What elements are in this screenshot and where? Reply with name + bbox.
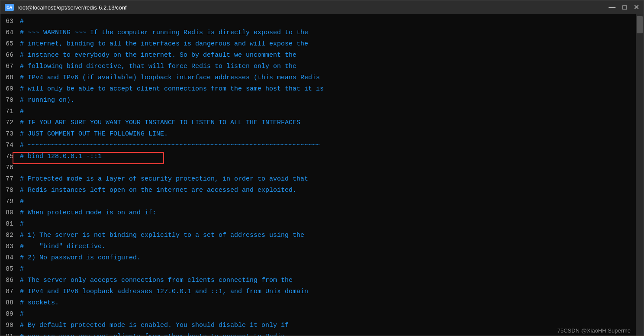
terminal-line: 88 # sockets. (0, 297, 636, 309)
line-content: # (16, 106, 24, 117)
maximize-button[interactable]: □ (622, 4, 627, 11)
terminal-line: 63 # (0, 16, 636, 27)
line-number: 80 (0, 207, 16, 219)
terminal-line: 89 # (0, 309, 636, 320)
line-content: # (16, 16, 24, 27)
line-number: 69 (0, 84, 16, 95)
line-content: # internet, binding to all the interface… (16, 39, 308, 50)
terminal-line: 72 # IF YOU ARE SURE YOU WANT YOUR INSTA… (0, 117, 636, 129)
terminal-line: 91 # you are sure you want clients from … (0, 331, 636, 336)
terminal-line: 66 # instance to everybody on the intern… (0, 50, 636, 61)
line-content: # running on). (16, 95, 74, 106)
terminal-line: 79 # (0, 196, 636, 207)
line-number: 90 (0, 320, 16, 331)
line-number: 81 (0, 219, 16, 230)
scrollbar[interactable] (636, 14, 644, 336)
line-content: # following bind directive, that will fo… (16, 61, 296, 72)
line-number: 66 (0, 50, 16, 61)
lines-container: 63 #64 # ~~~ WARNING ~~~ If the computer… (0, 16, 636, 336)
line-content: # ~~~~~~~~~~~~~~~~~~~~~~~~~~~~~~~~~~~~~~… (16, 140, 320, 151)
line-number: 76 (0, 162, 16, 174)
line-content: # 2) No password is configured. (16, 252, 141, 264)
line-content: # JUST COMMENT OUT THE FOLLOWING LINE. (16, 129, 168, 140)
line-content: # 1) The server is not binding explicitl… (16, 230, 304, 241)
line-content: # The server only accepts connections fr… (16, 275, 293, 286)
terminal-line: 71 # (0, 106, 636, 117)
terminal-window: CA root@localhost:/opt/server/redis-6.2.… (0, 0, 644, 336)
line-number: 65 (0, 39, 16, 50)
line-number: 77 (0, 174, 16, 185)
terminal-line: 78 # Redis instances left open on the in… (0, 185, 636, 196)
line-content: # IF YOU ARE SURE YOU WANT YOUR INSTANCE… (16, 117, 300, 129)
line-number: 89 (0, 309, 16, 320)
line-content: # (16, 196, 24, 207)
line-number: 72 (0, 117, 16, 129)
window-controls: — □ ✕ (609, 4, 639, 11)
line-content: # "bind" directive. (16, 241, 106, 252)
terminal-line: 76 (0, 162, 636, 174)
line-number: 70 (0, 95, 16, 106)
line-content: # ~~~ WARNING ~~~ If the computer runnin… (16, 27, 308, 39)
watermark: 75CSDN @XiaoHH Superme (557, 327, 631, 334)
line-content: # When protected mode is on and if: (16, 207, 156, 219)
scrollbar-thumb[interactable] (637, 16, 643, 33)
line-content: # sockets. (16, 297, 59, 309)
terminal-line: 69 # will only be able to accept client … (0, 84, 636, 95)
line-content: # (16, 219, 24, 230)
terminal-line: 73 # JUST COMMENT OUT THE FOLLOWING LINE… (0, 129, 636, 140)
line-content: # (16, 264, 24, 275)
terminal-line: 82 # 1) The server is not binding explic… (0, 230, 636, 241)
terminal-line: 67 # following bind directive, that will… (0, 61, 636, 72)
line-content: # Redis instances left open on the inter… (16, 185, 296, 196)
line-number: 85 (0, 264, 16, 275)
terminal-icon: CA (5, 4, 14, 11)
line-content: # you are sure you want clients from oth… (16, 331, 285, 336)
terminal-line: 74 # ~~~~~~~~~~~~~~~~~~~~~~~~~~~~~~~~~~~… (0, 140, 636, 151)
line-number: 91 (0, 331, 16, 336)
terminal-line: 65 # internet, binding to all the interf… (0, 39, 636, 50)
terminal-line: 64 # ~~~ WARNING ~~~ If the computer run… (0, 27, 636, 39)
line-number: 75 (0, 151, 16, 162)
line-number: 82 (0, 230, 16, 241)
terminal-line: 84 # 2) No password is configured. (0, 252, 636, 264)
line-content: # Protected mode is a layer of security … (16, 174, 308, 185)
line-number: 87 (0, 286, 16, 297)
line-content: # will only be able to accept client con… (16, 84, 324, 95)
line-number: 68 (0, 72, 16, 84)
minimize-button[interactable]: — (609, 4, 615, 11)
title-bar: CA root@localhost:/opt/server/redis-6.2.… (0, 0, 644, 14)
line-content: # instance to everybody on the internet.… (16, 50, 296, 61)
line-number: 88 (0, 297, 16, 309)
line-content: # IPv4 and IPv6 (if available) loopback … (16, 72, 320, 84)
terminal-line: 68 # IPv4 and IPv6 (if available) loopba… (0, 72, 636, 84)
terminal-line: 90 # By default protected mode is enable… (0, 320, 636, 331)
title-bar-left: CA root@localhost:/opt/server/redis-6.2.… (5, 4, 127, 11)
line-number: 73 (0, 129, 16, 140)
terminal-line: 80 # When protected mode is on and if: (0, 207, 636, 219)
line-content: # bind 128.0.0.1 -::1 (16, 151, 102, 162)
terminal-line: 81 # (0, 219, 636, 230)
terminal-line: 85 # (0, 264, 636, 275)
line-content: # IPv4 and IPv6 loopback addresses 127.0… (16, 286, 308, 297)
line-number: 79 (0, 196, 16, 207)
line-number: 63 (0, 16, 16, 27)
line-number: 84 (0, 252, 16, 264)
terminal-line: 83 # "bind" directive. (0, 241, 636, 252)
line-number: 71 (0, 106, 16, 117)
line-number: 78 (0, 185, 16, 196)
line-content: # By default protected mode is enabled. … (16, 320, 289, 331)
line-content: # (16, 309, 24, 320)
terminal-line: 70 # running on). (0, 95, 636, 106)
terminal-content[interactable]: 63 #64 # ~~~ WARNING ~~~ If the computer… (0, 14, 644, 336)
close-button[interactable]: ✕ (634, 4, 639, 11)
terminal-line: 87 # IPv4 and IPv6 loopback addresses 12… (0, 286, 636, 297)
line-number: 86 (0, 275, 16, 286)
line-number: 83 (0, 241, 16, 252)
line-number: 74 (0, 140, 16, 151)
terminal-line: 86 # The server only accepts connections… (0, 275, 636, 286)
line-number: 64 (0, 27, 16, 39)
terminal-line: 75 # bind 128.0.0.1 -::1 (0, 151, 636, 162)
line-number: 67 (0, 61, 16, 72)
window-title: root@localhost:/opt/server/redis-6.2.13/… (17, 4, 126, 11)
terminal-line: 77 # Protected mode is a layer of securi… (0, 174, 636, 185)
